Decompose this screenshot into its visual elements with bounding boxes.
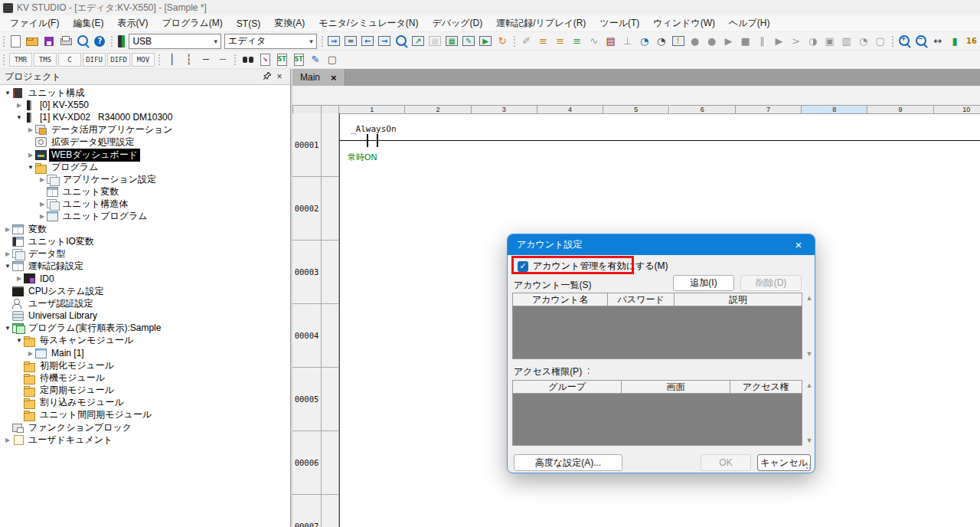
ladder-column-header-1[interactable]: 1: [339, 105, 405, 114]
st-device-icon[interactable]: ST: [290, 52, 307, 67]
menu-item-window[interactable]: ウィンドウ(W): [646, 15, 722, 31]
find-icon[interactable]: [240, 52, 256, 67]
time-chart-file-icon[interactable]: ◔: [653, 34, 670, 49]
record-icon[interactable]: ●: [687, 34, 704, 49]
ladder-column-header-8[interactable]: 8: [802, 105, 867, 114]
tree-expand-icon[interactable]: ▶: [26, 350, 35, 357]
tree-item-user-document[interactable]: ▶ユーザドキュメント: [0, 434, 290, 446]
record-alt-icon[interactable]: ●: [704, 34, 720, 49]
tree-item-application-settings[interactable]: ▶アプリケーション設定: [0, 173, 290, 185]
toolbar-grip[interactable]: [2, 35, 5, 47]
column-header-1[interactable]: アカウント名: [513, 293, 608, 306]
vertical-line-icon[interactable]: │: [164, 52, 181, 67]
rung-number-00001[interactable]: 00001: [292, 113, 322, 177]
tree-item-exec-program[interactable]: ▼プログラム(実行順表示):Sample: [0, 322, 290, 335]
contact-operand-label[interactable]: _AlwaysOn: [351, 124, 397, 134]
tree-item-interrupt-module[interactable]: 割り込みモジュール: [0, 397, 290, 409]
probe-icon[interactable]: ⊥: [619, 34, 636, 49]
tree-item-kv-xd02[interactable]: ▼[1] KV-XD02 R34000 DM10300: [0, 111, 290, 123]
column-header-1[interactable]: グループ: [513, 381, 622, 393]
menu-item-view[interactable]: 表示(V): [110, 15, 155, 31]
step-icon[interactable]: ▶: [771, 34, 788, 49]
send-to-plc-icon[interactable]: ⇒: [325, 34, 342, 49]
scroll-up-icon[interactable]: ▲: [805, 293, 814, 303]
device-list-x-icon[interactable]: ≡: [552, 34, 569, 49]
tree-item-unit-io-variables[interactable]: ユニットIO変数: [0, 235, 290, 247]
print-preview-icon[interactable]: [74, 34, 91, 49]
ladder-column-header-3[interactable]: 3: [472, 105, 537, 114]
instruction-button-tms[interactable]: TMS: [34, 53, 57, 67]
column-header-3[interactable]: 説明: [675, 293, 802, 306]
tree-item-user-auth-settings[interactable]: ユーザ認証設定: [0, 297, 290, 309]
scroll-down-icon[interactable]: ▼: [805, 349, 814, 358]
play-icon[interactable]: ▶: [720, 34, 737, 49]
rung-number-00006[interactable]: 00006: [292, 431, 322, 495]
ladder-column-header-10[interactable]: 10: [934, 105, 980, 114]
tree-expand-icon[interactable]: ▶: [26, 152, 35, 159]
ladder-column-header-2[interactable]: 2: [405, 105, 471, 114]
edit-device-list-icon[interactable]: ≡: [569, 34, 586, 49]
tree-expand-icon[interactable]: ▼: [15, 337, 24, 344]
tree-item-cpu-system-settings[interactable]: CPUシステム設定: [0, 285, 290, 297]
vertical-dashed-line-icon[interactable]: ┆: [181, 52, 198, 67]
scroll-down-icon[interactable]: ▼: [805, 436, 814, 445]
write-to-plc-icon[interactable]: →: [376, 34, 393, 49]
help-icon[interactable]: ?: [91, 34, 108, 49]
dialog-titlebar[interactable]: アカウント設定 ×: [508, 234, 815, 255]
account-table[interactable]: アカウント名パスワード説明: [512, 293, 802, 359]
rung-number-00004[interactable]: 00004: [292, 304, 322, 368]
rung-number-00002[interactable]: 00002: [292, 177, 322, 241]
menu-item-program[interactable]: プログラム(M): [155, 15, 229, 31]
script-edit-icon[interactable]: ✎: [307, 52, 324, 67]
tree-expand-icon[interactable]: ▼: [3, 263, 12, 270]
monitor-window-icon[interactable]: ▮: [946, 34, 963, 49]
sync-plc-icon[interactable]: ↻: [494, 34, 511, 49]
close-icon[interactable]: ×: [273, 71, 286, 82]
ladder-column-header-6[interactable]: 6: [670, 105, 736, 114]
tree-item-function-block[interactable]: ファンクションブロック: [0, 421, 290, 434]
column-header-3[interactable]: アクセス権: [730, 381, 802, 393]
tree-item-extended-data-processing[interactable]: 拡張データ処理設定: [0, 136, 290, 149]
tree-item-program-folder[interactable]: ▼プログラム: [0, 161, 290, 173]
export-doc-icon[interactable]: ↘: [256, 52, 273, 67]
contact-symbol-right-bar[interactable]: [377, 134, 378, 147]
tree-expand-icon[interactable]: ▼: [3, 90, 12, 97]
tree-item-unit-variables[interactable]: ユニット変数: [0, 186, 290, 198]
rung-number-00005[interactable]: 00005: [292, 368, 322, 431]
tree-expand-icon[interactable]: ▶: [38, 201, 47, 208]
tree-item-unit-config[interactable]: ▼ユニット構成: [0, 87, 290, 99]
advanced-settings-button[interactable]: 高度な設定(A)...: [514, 454, 622, 471]
draw-tool-icon[interactable]: ✐: [518, 34, 535, 49]
tree-expand-icon[interactable]: ▶: [38, 213, 47, 220]
access-rights-table[interactable]: グループ画面アクセス権: [512, 380, 802, 446]
tree-item-fixed-cycle-module[interactable]: 定周期モジュール: [0, 385, 290, 397]
rung-number-00003[interactable]: 00003: [292, 241, 322, 304]
st-editor-icon[interactable]: ST: [273, 52, 290, 67]
ladder-column-header-5[interactable]: 5: [603, 105, 669, 114]
replay-icon[interactable]: ◑: [805, 34, 822, 49]
print-icon[interactable]: [57, 34, 74, 49]
horizontal-dashed-line-icon[interactable]: ┄: [214, 52, 231, 67]
stopwatch-icon[interactable]: ◔: [855, 34, 872, 49]
tree-item-id0[interactable]: ▶ID0: [0, 273, 290, 285]
toolbar-grip[interactable]: [110, 35, 113, 47]
display-16-icon[interactable]: 16: [963, 34, 980, 49]
memory-view-icon[interactable]: ▣: [822, 34, 838, 49]
dialog-resize-grip[interactable]: [805, 463, 812, 470]
toolbar-grip[interactable]: [513, 35, 515, 47]
zoom-in-icon[interactable]: +: [896, 34, 913, 49]
scale-icon[interactable]: ▢: [872, 34, 889, 49]
instruction-button-tmr[interactable]: TMR: [9, 53, 32, 67]
toolbar-grip[interactable]: [321, 35, 323, 47]
tree-item-unit-structures[interactable]: ▶ユニット構造体: [0, 198, 290, 211]
realtime-chart-icon[interactable]: ▤: [603, 34, 619, 49]
pause-icon[interactable]: ‖: [754, 34, 771, 49]
ladder-column-header-4[interactable]: 4: [537, 105, 603, 114]
stop-icon[interactable]: ■: [737, 34, 754, 49]
tree-expand-icon[interactable]: ▼: [15, 114, 24, 121]
scroll-up-icon[interactable]: ▲: [805, 381, 814, 390]
time-chart-monitor-icon[interactable]: ◔: [636, 34, 653, 49]
tree-expand-icon[interactable]: ▼: [26, 164, 35, 171]
connection-select[interactable]: USB ▾: [129, 34, 221, 49]
menu-item-convert[interactable]: 変換(A): [267, 15, 312, 31]
